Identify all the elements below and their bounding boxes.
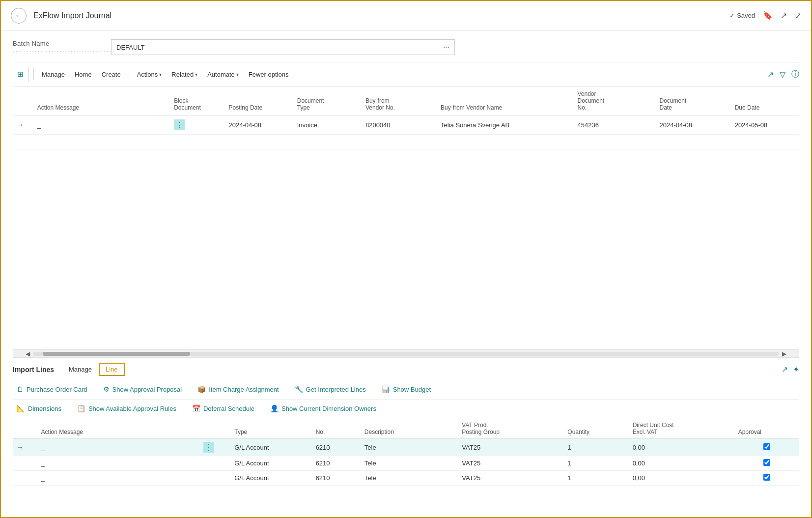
lines-cell-no: 6210 <box>312 456 361 471</box>
lines-col-no: No. <box>312 419 361 439</box>
col-action-message: Action Message <box>33 86 170 115</box>
item-charge-assignment-button[interactable]: 📦 Item Charge Assignment <box>194 383 282 396</box>
lines-cell-type: G/L Account <box>230 439 311 456</box>
lines-table-row[interactable]: _ G/L Account 6210 Tele VAT25 1 0,00 <box>13 456 799 471</box>
lines-cell-type: G/L Account <box>230 456 311 471</box>
lines-col-quantity: Quantity <box>563 419 628 439</box>
lines-col-type: Type <box>230 419 311 439</box>
lines-cell-no: 6210 <box>312 471 361 486</box>
table-row-empty <box>13 135 799 149</box>
share-toolbar-icon[interactable]: ↗ <box>767 70 774 79</box>
cell-vendor-doc-no: 454236 <box>573 115 655 135</box>
interpreted-lines-icon: 🔧 <box>295 385 303 393</box>
col-arrow <box>13 86 33 115</box>
lines-col-action-message: Action Message <box>37 419 200 439</box>
lines-cell-approval[interactable] <box>734 439 799 456</box>
lines-col-description: Description <box>361 419 458 439</box>
lines-col-arrow <box>13 419 37 439</box>
col-block-document: BlockDocument <box>170 86 224 115</box>
automate-dropdown[interactable]: Automate ▾ <box>202 69 244 80</box>
share-header-icon[interactable]: ↗ <box>781 11 787 20</box>
purchase-order-card-button[interactable]: 🗒 Purchase Order Card <box>13 383 91 396</box>
lines-cell-cost: 0,00 <box>629 471 734 486</box>
scroll-right-icon[interactable]: ▶ <box>782 350 786 357</box>
dimensions-icon: 📐 <box>17 404 25 412</box>
check-icon: ✓ <box>729 12 735 19</box>
actions-chevron-icon: ▾ <box>159 72 162 77</box>
approval-checkbox[interactable] <box>763 474 770 481</box>
horizontal-scrollbar[interactable]: ◀ ▶ <box>13 349 799 357</box>
show-budget-button[interactable]: 📊 Show Budget <box>378 383 435 396</box>
cell-arrow: → <box>13 115 33 135</box>
batch-more-button[interactable]: ··· <box>443 43 449 52</box>
col-due-date: Due Date <box>731 86 799 115</box>
lines-cell-approval[interactable] <box>734 456 799 471</box>
show-approval-proposal-button[interactable]: ⚙ Show Approval Proposal <box>99 383 186 396</box>
tab-line[interactable]: Line <box>99 363 125 376</box>
cell-due-date: 2024-05-08 <box>731 115 799 135</box>
scroll-left-icon[interactable]: ◀ <box>26 350 30 357</box>
lines-col-direct-unit-cost: Direct Unit CostExcl. VAT <box>629 419 734 439</box>
lines-cell-block[interactable]: ⋮ <box>199 439 230 456</box>
scrollbar-thumb[interactable] <box>43 352 190 356</box>
page-title: ExFlow Import Journal <box>33 11 729 20</box>
expand-icon[interactable]: ⤢ <box>795 11 801 20</box>
lines-cell-vat: VAT25 <box>458 439 563 456</box>
lines-cell-no: 6210 <box>312 439 361 456</box>
info-icon[interactable]: ⓘ <box>791 69 799 80</box>
filter-icon[interactable]: ▽ <box>780 70 785 79</box>
lines-cell-arrow <box>13 456 37 471</box>
cell-action-message: _ <box>33 115 170 135</box>
import-lines-title: Import Lines <box>13 364 54 375</box>
lines-cell-block <box>199 471 230 486</box>
lines-cell-cost: 0,00 <box>629 439 734 456</box>
lines-cell-description: Tele <box>361 456 458 471</box>
home-button[interactable]: Home <box>70 69 97 80</box>
scrollbar-track[interactable] <box>33 352 779 356</box>
dimensions-button[interactable]: 📐 Dimensions <box>13 402 65 415</box>
lines-cell-quantity: 1 <box>563 439 628 456</box>
get-interpreted-lines-button[interactable]: 🔧 Get Interpreted Lines <box>291 383 370 396</box>
lines-cell-arrow <box>13 471 37 486</box>
lines-col-approval: Approval <box>734 419 799 439</box>
cell-block-document[interactable]: ⋮ <box>170 115 224 135</box>
col-vendor-doc-no: VendorDocumentNo. <box>573 86 655 115</box>
deferral-icon: 📅 <box>192 404 200 412</box>
approval-checkbox[interactable] <box>763 443 770 450</box>
back-button[interactable]: ← <box>11 8 27 24</box>
table-row[interactable]: → _ ⋮ 2024-04-08 Invoice 8200040 Telia S… <box>13 115 799 135</box>
cell-posting-date: 2024-04-08 <box>225 115 293 135</box>
tab-manage[interactable]: Manage <box>62 363 99 376</box>
lines-table-row[interactable]: _ G/L Account 6210 Tele VAT25 1 0,00 <box>13 471 799 486</box>
actions-dropdown[interactable]: Actions ▾ <box>132 69 167 80</box>
create-button[interactable]: Create <box>97 69 126 80</box>
lines-cell-quantity: 1 <box>563 456 628 471</box>
lines-cell-approval[interactable] <box>734 471 799 486</box>
lines-cell-type: G/L Account <box>230 471 311 486</box>
lines-table-row[interactable]: → _ ⋮ G/L Account 6210 Tele VAT25 1 0,00 <box>13 439 799 456</box>
show-available-approval-rules-button[interactable]: 📋 Show Available Approval Rules <box>73 402 180 415</box>
cell-document-type: Invoice <box>293 115 362 135</box>
cell-doc-date: 2024-04-08 <box>656 115 731 135</box>
bookmark-icon[interactable]: 🔖 <box>763 11 773 20</box>
approval-checkbox[interactable] <box>763 459 770 466</box>
lines-cell-action-message: _ <box>37 471 200 486</box>
lines-table-row-empty <box>13 486 799 500</box>
lines-col-vat: VAT Prod.Posting Group <box>458 419 563 439</box>
batch-name-value: DEFAULT <box>116 44 145 51</box>
lines-cell-quantity: 1 <box>563 471 628 486</box>
fewer-options-button[interactable]: Fewer options <box>244 69 294 80</box>
table-view-icon[interactable]: ⊞ <box>13 66 28 82</box>
deferral-schedule-button[interactable]: 📅 Deferral Schedule <box>188 402 258 415</box>
dimension-owners-icon: 👤 <box>270 404 279 412</box>
manage-button[interactable]: Manage <box>37 69 70 80</box>
related-dropdown[interactable]: Related ▾ <box>167 69 202 80</box>
batch-name-input[interactable]: DEFAULT ··· <box>111 39 455 55</box>
lines-share-icon[interactable]: ↗ <box>782 365 788 374</box>
budget-icon: 📊 <box>382 385 390 393</box>
lines-cell-arrow: → <box>13 439 37 456</box>
lines-settings-icon[interactable]: ✦ <box>793 365 799 374</box>
lines-cell-block <box>199 456 230 471</box>
col-vendor-name: Buy-from Vendor Name <box>437 86 573 115</box>
show-current-dimension-owners-button[interactable]: 👤 Show Current Dimension Owners <box>266 402 380 415</box>
